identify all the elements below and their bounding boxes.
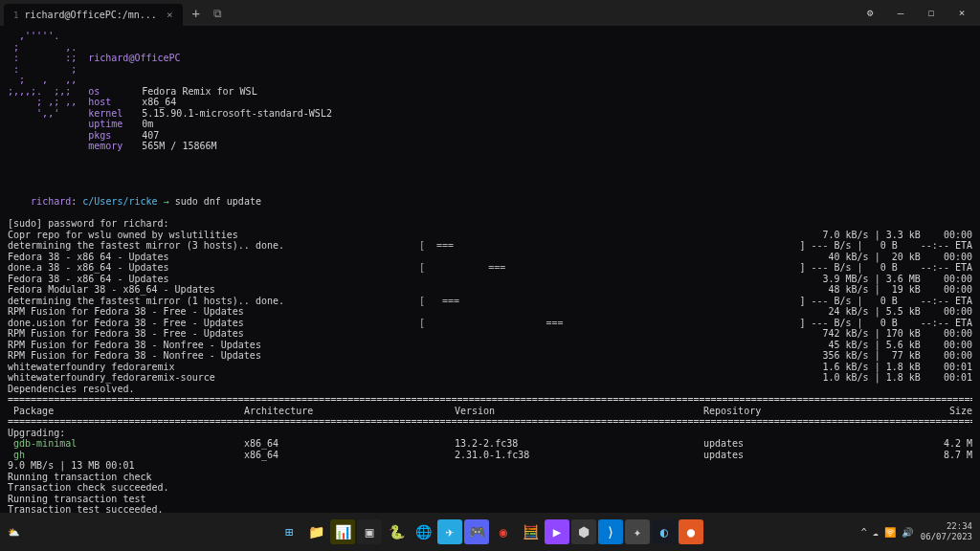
- close-button[interactable]: ×: [947, 2, 976, 25]
- onedrive-icon[interactable]: ☁: [873, 527, 879, 538]
- repo-row: whitewaterfoundry_fedoraremix-source1.0 …: [8, 372, 972, 384]
- twitch-icon[interactable]: ▶: [545, 519, 569, 544]
- download-stats: 9.0 MB/s | 13 MB 00:01: [8, 460, 972, 472]
- repo-row: determining the fastest mirror (1 hosts)…: [8, 296, 972, 307]
- clock-time: 22:34: [921, 521, 972, 532]
- repo-row: Fedora 38 - x86_64 - Updates40 kB/s | 20…: [8, 252, 972, 263]
- app1-icon[interactable]: ⬢: [571, 519, 596, 544]
- tab-title: richard@OfficePC:/mn...: [24, 10, 156, 20]
- explorer-icon[interactable]: 📁: [303, 519, 328, 544]
- discord-icon[interactable]: 🎮: [464, 519, 489, 544]
- ascii-logo: ,'''''. ; ,. : :; : ; ; , ,, ;,,,;. ;,; …: [8, 31, 77, 174]
- telegram-icon[interactable]: ✈: [437, 519, 462, 544]
- repo-row: done.a 38 - x86_64 - Updates[ ===] --- B…: [8, 262, 972, 274]
- repo-row: RPM Fusion for Fedora 38 - Free - Update…: [8, 306, 972, 318]
- prompt-line: richard: c/Users/ricke → sudo dnf update: [8, 186, 972, 219]
- chrome-icon[interactable]: ◉: [491, 519, 516, 544]
- transaction-line: Running transaction check: [8, 472, 972, 483]
- app4-icon[interactable]: ●: [679, 519, 703, 544]
- taskbar: ⛅ ⊞📁📊▣🐍🌐✈🎮◉🧮▶⬢⟩✦◐● ^ ☁ 🛜 🔊 22:34 06/07/2…: [0, 513, 980, 551]
- sysinfo-row: memory565M / 15866M: [88, 141, 332, 152]
- sysinfo-row: uptime0m: [88, 119, 332, 130]
- system-info: richard@OfficePC osFedora Remix for WSLh…: [88, 31, 332, 174]
- tray-chevron-icon[interactable]: ^: [861, 527, 867, 538]
- repo-row: RPM Fusion for Fedora 38 - Free - Update…: [8, 328, 972, 340]
- sysinfo-row: kernel5.15.90.1-microsoft-standard-WSL2: [88, 108, 332, 120]
- taskmgr-icon[interactable]: 📊: [330, 519, 355, 544]
- taskbar-apps: ⊞📁📊▣🐍🌐✈🎮◉🧮▶⬢⟩✦◐●: [277, 519, 703, 544]
- package-row: ghx86_642.31.0-1.fc38updates8.7 M: [8, 450, 972, 461]
- deps-resolved: Dependencies resolved.: [8, 384, 972, 395]
- table-section: Upgrading:: [8, 428, 972, 439]
- calc-icon[interactable]: 🧮: [518, 519, 543, 544]
- repo-row: RPM Fusion for Fedora 38 - Nonfree - Upd…: [8, 340, 972, 351]
- maximize-button[interactable]: ☐: [917, 2, 946, 25]
- repo-row: whitewaterfoundry_fedoraremix1.6 kB/s | …: [8, 362, 972, 373]
- system-tray[interactable]: ^ ☁ 🛜 🔊: [861, 527, 913, 538]
- sysinfo-user: richard@OfficePC: [88, 53, 332, 64]
- python-icon[interactable]: 🐍: [384, 519, 409, 544]
- steam-icon[interactable]: ◐: [652, 519, 677, 544]
- tab-index: 1: [13, 11, 18, 20]
- sysinfo-row: pkgs407: [88, 130, 332, 142]
- tab-close-icon[interactable]: ×: [167, 9, 173, 21]
- repo-row: Copr repo for wslu owned by wslutilities…: [8, 230, 972, 241]
- table-header: Package Architecture Version Repository …: [8, 406, 972, 417]
- terminal-output[interactable]: ,'''''. ; ,. : :; : ; ; , ,, ;,,,;. ;,; …: [0, 27, 980, 513]
- clock-date: 06/07/2023: [921, 532, 972, 542]
- transaction-line: Transaction check succeeded.: [8, 482, 972, 494]
- table-divider-mid: ========================================…: [8, 416, 972, 428]
- sudo-prompt: [sudo] password for richard:: [8, 218, 972, 230]
- minimize-button[interactable]: —: [886, 2, 915, 25]
- repo-row: done.usion for Fedora 38 - Free - Update…: [8, 318, 972, 329]
- sysinfo-row: osFedora Remix for WSL: [88, 86, 332, 98]
- titlebar: 1 richard@OfficePC:/mn... × + ⧉ ⚙ — ☐ ×: [0, 0, 980, 27]
- new-tab-button[interactable]: +: [183, 6, 210, 21]
- app3-icon[interactable]: ✦: [625, 519, 650, 544]
- sysinfo-row: hostx86_64: [88, 97, 332, 108]
- transaction-line: Running transaction test: [8, 494, 972, 505]
- table-divider-top: ========================================…: [8, 394, 972, 406]
- wifi-icon[interactable]: 🛜: [884, 527, 896, 538]
- repo-row: Fedora Modular 38 - x86_64 - Updates48 k…: [8, 284, 972, 296]
- start-icon[interactable]: ⊞: [277, 519, 301, 544]
- vscode-icon[interactable]: ⟩: [598, 519, 623, 544]
- window-tab[interactable]: 1 richard@OfficePC:/mn... ×: [4, 4, 183, 27]
- taskbar-clock[interactable]: 22:34 06/07/2023: [921, 521, 972, 542]
- taskbar-weather[interactable]: ⛅: [8, 527, 19, 538]
- volume-icon[interactable]: 🔊: [902, 527, 913, 538]
- repo-row: Fedora 38 - x86_64 - Updates3.9 MB/s | 3…: [8, 274, 972, 285]
- package-row: gdb-minimalx86_6413.2-2.fc38updates4.2 M: [8, 438, 972, 450]
- transaction-line: Transaction test succeeded.: [8, 504, 972, 513]
- split-pane-button[interactable]: ⧉: [210, 7, 226, 20]
- settings-icon[interactable]: ⚙: [856, 2, 884, 25]
- edge-icon[interactable]: 🌐: [411, 519, 435, 544]
- terminal-icon[interactable]: ▣: [357, 519, 382, 544]
- repo-row: RPM Fusion for Fedora 38 - Nonfree - Upd…: [8, 350, 972, 362]
- repo-row: determining the fastest mirror (3 hosts)…: [8, 240, 972, 252]
- weather-icon: ⛅: [8, 527, 19, 538]
